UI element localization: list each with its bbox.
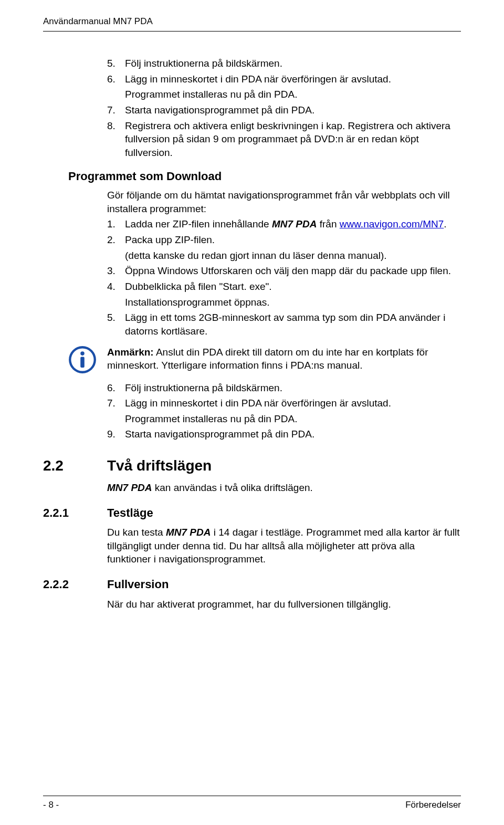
text-fragment: från — [317, 218, 339, 229]
step-7b: 7. Lägg in minneskortet i din PDA när öv… — [107, 396, 461, 410]
download-link[interactable]: www.navigon.com/MN7 — [340, 218, 444, 229]
section-title: Testläge — [107, 505, 153, 521]
step-subtext: (detta kanske du redan gjort innan du lä… — [125, 249, 461, 263]
download-step-5: 5. Lägg in ett toms 2GB-minneskort av sa… — [107, 311, 461, 338]
step-6: 6. Lägg in minneskortet i din PDA när öv… — [107, 72, 461, 86]
step-text: Registrera och aktivera enligt beskrivni… — [125, 119, 461, 160]
step-subtext: Programmet installeras nu på din PDA. — [125, 88, 461, 101]
section-title: Fullversion — [107, 577, 169, 592]
step-text: Öppna Windows Utforskaren och välj den m… — [125, 264, 461, 278]
note-block: Anmärkn: Anslut din PDA direkt till dato… — [43, 346, 461, 374]
step-text: Följ instruktionerna på bildskärmen. — [125, 57, 461, 70]
step-7: 7. Starta navigationsprogrammet på din P… — [107, 103, 461, 117]
text-fragment: Ladda ner ZIP-filen innehållande — [125, 218, 272, 229]
section-title: Två driftslägen — [107, 456, 212, 476]
svg-rect-3 — [80, 357, 85, 368]
step-number: 1. — [107, 217, 125, 231]
footer-section: Förberedelser — [405, 799, 461, 811]
step-number: 7. — [107, 396, 125, 410]
step-number: 7. — [107, 103, 125, 117]
section-2-2-text: MN7 PDA kan användas i två olika driftsl… — [107, 481, 461, 495]
header-rule — [43, 31, 461, 32]
download-step-1: 1. Ladda ner ZIP-filen innehållande MN7 … — [107, 217, 461, 231]
download-step-2: 2. Packa upp ZIP-filen. — [107, 233, 461, 247]
section-2-2-2: 2.2.2 Fullversion — [43, 577, 461, 592]
download-intro: Gör följande om du hämtat navigationspro… — [107, 189, 461, 215]
text-fragment: kan användas i två olika driftslägen. — [152, 482, 313, 493]
heading-download: Programmet som Download — [68, 169, 461, 184]
svg-point-2 — [80, 351, 85, 356]
footer-rule — [43, 796, 461, 796]
section-number: 2.2 — [43, 456, 107, 476]
step-text: Packa upp ZIP-filen. — [125, 233, 461, 247]
section-2-2-1-text: Du kan testa MN7 PDA i 14 dagar i testlä… — [107, 526, 461, 566]
step-6b: 6. Följ instruktionerna på bildskärmen. — [107, 381, 461, 395]
step-text: Lägg in minneskortet i din PDA när överf… — [125, 72, 461, 86]
note-label: Anmärkn: — [107, 347, 154, 358]
note-body: Anslut din PDA direkt till datorn om du … — [107, 347, 428, 371]
step-text: Lägg in minneskortet i din PDA när överf… — [125, 396, 461, 410]
step-text: Starta navigationsprogrammet på din PDA. — [125, 103, 461, 117]
section-2-2-1: 2.2.1 Testläge — [43, 505, 461, 521]
step-text: Dubbelklicka på filen "Start. exe". — [125, 280, 461, 294]
doc-header-title: Användarmanual MN7 PDA — [43, 16, 461, 28]
page-number: - 8 - — [43, 799, 59, 811]
alert-icon — [68, 346, 97, 374]
text-fragment: . — [444, 218, 446, 229]
download-step-4: 4. Dubbelklicka på filen "Start. exe". — [107, 280, 461, 294]
product-name: MN7 PDA — [166, 527, 211, 538]
step-subtext: Programmet installeras nu på din PDA. — [125, 412, 461, 426]
section-number: 2.2.1 — [43, 505, 107, 521]
step-number: 6. — [107, 381, 125, 395]
text-fragment: Du kan testa — [107, 527, 166, 538]
step-8: 8. Registrera och aktivera enligt beskri… — [107, 119, 461, 160]
step-number: 6. — [107, 72, 125, 86]
product-name: MN7 PDA — [107, 482, 152, 493]
step-number: 4. — [107, 280, 125, 294]
note-text: Anmärkn: Anslut din PDA direkt till dato… — [107, 346, 461, 372]
step-number: 3. — [107, 264, 125, 278]
step-9: 9. Starta navigationsprogrammet på din P… — [107, 427, 461, 441]
section-2-2: 2.2 Två driftslägen — [43, 456, 461, 476]
section-2-2-2-text: När du har aktiverat programmet, har du … — [107, 598, 461, 611]
page-footer: - 8 - Förberedelser — [43, 796, 461, 811]
step-number: 5. — [107, 311, 125, 338]
step-text: Lägg in ett toms 2GB-minneskort av samma… — [125, 311, 461, 338]
step-text: Följ instruktionerna på bildskärmen. — [125, 381, 461, 395]
section-number: 2.2.2 — [43, 577, 107, 592]
download-step-3: 3. Öppna Windows Utforskaren och välj de… — [107, 264, 461, 278]
step-number: 5. — [107, 57, 125, 70]
step-number: 2. — [107, 233, 125, 247]
step-text: Starta navigationsprogrammet på din PDA. — [125, 427, 461, 441]
step-number: 9. — [107, 427, 125, 441]
step-5: 5. Följ instruktionerna på bildskärmen. — [107, 57, 461, 70]
step-number: 8. — [107, 119, 125, 160]
step-subtext: Installationsprogrammet öppnas. — [125, 296, 461, 309]
step-text: Ladda ner ZIP-filen innehållande MN7 PDA… — [125, 217, 461, 231]
product-name: MN7 PDA — [272, 218, 317, 229]
